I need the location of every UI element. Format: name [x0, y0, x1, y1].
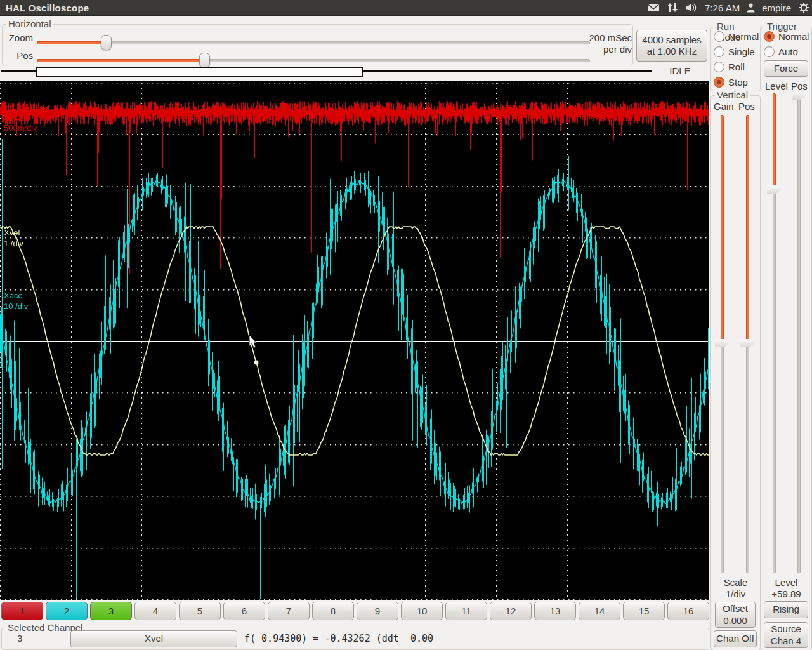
gear-icon[interactable] [798, 2, 809, 13]
selected-channel-name-button[interactable]: Xvel [70, 630, 237, 647]
pos-slider-fill [37, 59, 206, 62]
run-mode-option-single[interactable]: Single [711, 44, 760, 59]
run-mode-option-normal[interactable]: Normal [711, 29, 760, 44]
username-indicator[interactable]: empire [762, 3, 791, 13]
zoom-slider-handle[interactable] [101, 35, 112, 50]
trigger-pos-slider-label: Pos [791, 81, 808, 91]
trigger-pos-slider-track[interactable] [797, 93, 801, 573]
trigger-edge-button[interactable]: Rising [764, 601, 808, 618]
channel-button-2[interactable]: 2 [46, 602, 88, 620]
radio-icon[interactable] [714, 77, 724, 88]
trigger-option-auto[interactable]: Auto [761, 44, 811, 59]
gain-slider-handle[interactable] [715, 338, 730, 348]
channel-button-5[interactable]: 5 [179, 602, 221, 620]
channel-button-15[interactable]: 15 [623, 602, 665, 620]
volume-icon[interactable] [685, 3, 698, 13]
channel-button-12[interactable]: 12 [490, 602, 532, 620]
mouse-cursor [249, 335, 258, 351]
scale-title: Scale [711, 577, 760, 588]
radio-icon[interactable] [714, 62, 724, 72]
channel-button-8[interactable]: 8 [312, 602, 354, 620]
trigger-level-value: +59.89 [761, 588, 811, 599]
mail-icon[interactable] [647, 3, 660, 13]
titlebar: HAL Oscilloscope 7:26 AM empire [0, 0, 812, 16]
sample-readout: f( 0.94300) = -0.43262 (ddt 0.00 [244, 633, 433, 644]
scale-value: 1/div [711, 588, 760, 599]
run-mode-option-stop[interactable]: Stop [711, 74, 760, 90]
app-window: HAL Oscilloscope 7:26 AM empire Horizont… [0, 0, 812, 650]
run-mode-option-label: Single [728, 46, 755, 57]
channel-button-4[interactable]: 4 [134, 602, 176, 620]
gain-slider-fill [721, 115, 724, 343]
vertical-group-label: Vertical [715, 90, 750, 100]
channel-button-row: 12345678910111213141516 [1, 602, 712, 620]
horizontal-group: Horizontal Zoom Pos [2, 24, 633, 65]
radio-icon[interactable] [764, 31, 775, 42]
channel-button-13[interactable]: 13 [534, 602, 576, 620]
vertical-pos-slider-label: Pos [738, 101, 755, 112]
scope-area: XYZvel 500m/div Xvel 1 /div Xacc 10 /div [0, 81, 709, 600]
run-mode-option-label: Stop [728, 77, 748, 88]
gain-slider-label: Gain [714, 101, 734, 112]
channel-button-9[interactable]: 9 [357, 602, 398, 620]
clock-indicator[interactable]: 7:26 AM [705, 3, 740, 13]
trigger-level-slider-label: Level [765, 81, 788, 91]
radio-icon[interactable] [714, 46, 724, 57]
radio-icon[interactable] [764, 46, 775, 57]
zoom-slider-label: Zoom [4, 32, 33, 43]
zoom-slider-track[interactable] [37, 41, 590, 44]
offset-button[interactable]: Offset 0.000 [715, 602, 756, 628]
acquisition-status: IDLE [657, 65, 703, 79]
radio-icon[interactable] [714, 31, 724, 42]
channel-button-10[interactable]: 10 [401, 602, 443, 620]
user-icon[interactable] [747, 3, 755, 13]
record-window-indicator [36, 67, 363, 77]
channel-button-7[interactable]: 7 [268, 602, 310, 620]
run-mode-option-roll[interactable]: Roll [711, 59, 760, 74]
horizontal-group-label: Horizontal [6, 18, 53, 29]
trigger-options: NormalAuto [761, 29, 811, 59]
vertical-pos-slider-handle[interactable] [740, 338, 755, 348]
zoom-slider-fill [37, 41, 107, 44]
channel-button-14[interactable]: 14 [579, 602, 620, 620]
channel-button-11[interactable]: 11 [445, 602, 487, 620]
trigger-pos-slider-handle[interactable] [792, 91, 806, 100]
trigger-option-label: Auto [778, 46, 798, 57]
samples-rate-button[interactable]: 4000 samples at 1.00 KHz [636, 30, 707, 62]
window-title: HAL Oscilloscope [6, 3, 89, 13]
time-per-div-readout: 200 mSec per div [587, 32, 632, 55]
scope-display[interactable] [0, 81, 709, 600]
force-button[interactable]: Force [764, 60, 808, 77]
run-mode-group: Run Mode NormalSingleRollStop [710, 27, 761, 91]
run-mode-option-label: Normal [728, 31, 759, 42]
trigger-option-label: Normal [778, 31, 809, 42]
trigger-level-title: Level [761, 577, 811, 588]
channel-button-3[interactable]: 3 [90, 602, 132, 620]
network-updown-icon[interactable] [667, 3, 678, 13]
run-mode-option-label: Roll [728, 62, 745, 72]
pos-slider-handle[interactable] [199, 53, 210, 68]
pos-slider-label: Pos [4, 50, 33, 61]
vertical-pos-slider-fill [746, 115, 749, 343]
selected-channel-number: 3 [17, 633, 22, 644]
chan-off-button[interactable]: Chan Off [714, 630, 757, 647]
channel-button-6[interactable]: 6 [223, 602, 265, 620]
trigger-level-slider-fill [773, 93, 776, 191]
selected-channel-group: Selected Channel 3 Xvel f( 0.94300) = -0… [1, 628, 709, 650]
run-mode-options: NormalSingleRollStop [711, 29, 760, 90]
channel-button-1[interactable]: 1 [1, 602, 43, 620]
trigger-source-button[interactable]: Source Chan 4 [764, 622, 808, 648]
trigger-level-slider-handle[interactable] [767, 185, 782, 194]
channel-button-16[interactable]: 16 [667, 602, 709, 620]
trigger-group: Trigger NormalAuto Force Level Pos Level… [761, 27, 812, 650]
vertical-group: Vertical Gain Pos Scale 1/div Offset 0.0… [710, 95, 761, 650]
trigger-option-normal[interactable]: Normal [761, 29, 811, 44]
